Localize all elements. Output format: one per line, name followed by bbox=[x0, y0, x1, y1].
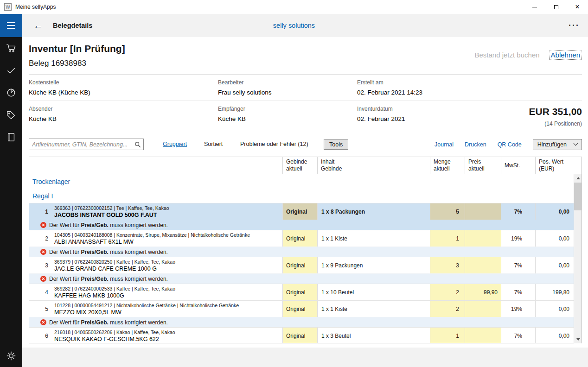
article-cell: 369363 | 07622300002152 | Tee | Kaffee, … bbox=[52, 203, 282, 220]
table-row[interactable]: 1369363 | 07622300002152 | Tee | Kaffee,… bbox=[29, 203, 574, 220]
inhalt-cell: 1 x 3 Beutel bbox=[317, 328, 430, 343]
settings-button[interactable] bbox=[0, 345, 22, 367]
field-label: Inventurdatum bbox=[357, 106, 405, 112]
toolbar-link-grouped[interactable]: Gruppiert bbox=[163, 141, 187, 147]
preis-cell[interactable] bbox=[465, 301, 501, 317]
article-meta: 104305 | 04003240188008 | Konzentrate, S… bbox=[54, 232, 250, 238]
header-wert[interactable]: Pos.-Wert (EUR) bbox=[535, 157, 574, 174]
menge-cell[interactable]: 2 bbox=[430, 301, 465, 317]
page-breadcrumb-title: Belegdetails bbox=[53, 22, 92, 29]
table-row[interactable]: 4369282 | 07622400002533 | Kaffee | Kaff… bbox=[29, 284, 574, 300]
journal-link[interactable]: Journal bbox=[435, 141, 454, 148]
sidebar-item-articles[interactable] bbox=[0, 104, 22, 126]
hamburger-menu-button[interactable] bbox=[0, 14, 22, 37]
row-number: 1 bbox=[29, 203, 52, 220]
error-icon bbox=[40, 249, 46, 255]
field-value: Küche KB bbox=[29, 115, 57, 122]
maximize-button[interactable] bbox=[545, 0, 567, 14]
tools-button[interactable]: Tools bbox=[324, 139, 348, 150]
article-meta: 216018 | 04005500262206 | Kakao | Kaffee… bbox=[54, 329, 175, 335]
menge-cell[interactable]: 2 bbox=[430, 284, 465, 300]
wert-cell: 0,00 bbox=[535, 301, 574, 317]
tag-icon bbox=[6, 110, 16, 120]
vertical-scrollbar[interactable] bbox=[574, 174, 582, 343]
header-article bbox=[52, 157, 282, 174]
group-row[interactable]: Trockenlager bbox=[29, 174, 574, 189]
sidebar-item-tasks[interactable] bbox=[0, 59, 22, 82]
search-input[interactable] bbox=[29, 141, 132, 148]
close-button[interactable]: × bbox=[567, 0, 588, 14]
bottom-strip bbox=[22, 348, 588, 367]
gebinde-cell[interactable]: Original bbox=[282, 301, 317, 317]
scrollbar-thumb[interactable] bbox=[574, 183, 582, 210]
header-filler bbox=[574, 157, 582, 174]
preis-cell[interactable] bbox=[465, 328, 501, 343]
gebinde-cell[interactable]: Original bbox=[282, 230, 317, 247]
toolbar: Gruppiert Sortiert Probleme oder Fehler … bbox=[22, 139, 588, 151]
field-value: 02. Februar 2021 bbox=[357, 115, 405, 122]
error-row: Der Wert für Preis/Geb. muss korrigiert … bbox=[29, 220, 574, 230]
wert-cell: 0,00 bbox=[535, 328, 574, 343]
mwst-cell: 19% bbox=[501, 301, 535, 317]
reject-button[interactable]: Ablehnen bbox=[549, 50, 582, 60]
menge-cell[interactable]: 1 bbox=[430, 230, 465, 247]
total-value: EUR 351,00 bbox=[529, 106, 582, 117]
preis-cell[interactable] bbox=[465, 230, 501, 247]
menge-cell[interactable]: 1 bbox=[430, 328, 465, 343]
sidebar-item-catalog[interactable] bbox=[0, 126, 22, 148]
inhalt-cell: 1 x 8 Packungen bbox=[317, 203, 430, 220]
table-body: TrockenlagerRegal I1369363 | 07622300002… bbox=[29, 174, 574, 343]
sidebar-item-cart[interactable] bbox=[0, 37, 22, 59]
back-button[interactable]: ← bbox=[33, 20, 43, 31]
field-value: Küche KB (Küche KB) bbox=[29, 89, 90, 96]
preis-cell[interactable] bbox=[465, 257, 501, 273]
pie-chart-icon bbox=[6, 88, 16, 98]
sidebar bbox=[0, 37, 22, 367]
search-icon[interactable] bbox=[132, 141, 143, 148]
gebinde-cell[interactable]: Original bbox=[282, 257, 317, 273]
mwst-cell: 19% bbox=[501, 230, 535, 247]
print-link[interactable]: Drucken bbox=[465, 141, 486, 148]
mwst-cell: 7% bbox=[501, 203, 535, 220]
preis-cell[interactable]: 99,90 bbox=[465, 284, 501, 300]
header-preis[interactable]: Preis aktuell bbox=[465, 157, 501, 174]
more-options-button[interactable]: ··· bbox=[569, 21, 580, 31]
toolbar-link-problems[interactable]: Probleme oder Fehler (12) bbox=[240, 141, 308, 147]
header-menge[interactable]: Menge aktuell bbox=[430, 157, 465, 174]
scroll-up-button[interactable] bbox=[574, 174, 582, 182]
divider bbox=[29, 74, 582, 75]
gebinde-cell[interactable]: Original bbox=[282, 284, 317, 300]
mwst-cell: 7% bbox=[501, 328, 535, 343]
inhalt-cell: 1 x 1 Kiste bbox=[317, 230, 430, 247]
article-cell: 216018 | 04005500262206 | Kakao | Kaffee… bbox=[52, 328, 282, 343]
preis-cell[interactable] bbox=[465, 203, 501, 220]
table-row[interactable]: 6216018 | 04005500262206 | Kakao | Kaffe… bbox=[29, 327, 574, 343]
article-meta: 369282 | 07622400002533 | Kaffee | Kaffe… bbox=[54, 286, 175, 291]
header-gebinde[interactable]: Gebinde aktuell bbox=[282, 157, 317, 174]
table-row[interactable]: 2104305 | 04003240188008 | Konzentrate, … bbox=[29, 230, 574, 247]
toolbar-link-sorted[interactable]: Sortiert bbox=[204, 141, 223, 147]
row-number: 4 bbox=[29, 284, 52, 300]
qr-code-link[interactable]: QR Code bbox=[498, 141, 522, 148]
sidebar-item-reports[interactable] bbox=[0, 82, 22, 104]
menge-cell[interactable]: 3 bbox=[430, 257, 465, 273]
article-name: KAFFEE HAG MKB 1000G bbox=[54, 292, 124, 299]
scroll-down-button[interactable] bbox=[574, 335, 582, 343]
add-button[interactable]: Hinzufügen bbox=[533, 139, 582, 150]
gebinde-cell[interactable]: Original bbox=[282, 203, 317, 220]
mwst-cell: 7% bbox=[501, 257, 535, 273]
minimize-button[interactable] bbox=[524, 0, 545, 14]
table-row[interactable]: 3369379 | 07622400820250 | Kaffee | Kaff… bbox=[29, 257, 574, 273]
header-mwst[interactable]: MwSt. bbox=[501, 157, 535, 174]
document-title: Inventur [In Prüfung] bbox=[29, 43, 125, 54]
menge-cell[interactable]: 5 bbox=[430, 203, 465, 220]
table-row[interactable]: 5101228 | 00000054491212 | Nichtalkoholi… bbox=[29, 300, 574, 317]
maximize-icon bbox=[554, 5, 558, 9]
group-row[interactable]: Regal I bbox=[29, 189, 574, 203]
toolbar-right: Journal Drucken QR Code Hinzufügen bbox=[435, 139, 582, 150]
gebinde-cell[interactable]: Original bbox=[282, 328, 317, 343]
inhalt-cell: 1 x 1 Kiste bbox=[317, 301, 430, 317]
field-bearbeiter: Bearbeiter Frau selly solutions bbox=[218, 79, 272, 96]
total-amount: EUR 351,00 (14 Positionen) bbox=[529, 106, 582, 127]
header-inhalt[interactable]: Inhalt Gebinde bbox=[317, 157, 430, 174]
